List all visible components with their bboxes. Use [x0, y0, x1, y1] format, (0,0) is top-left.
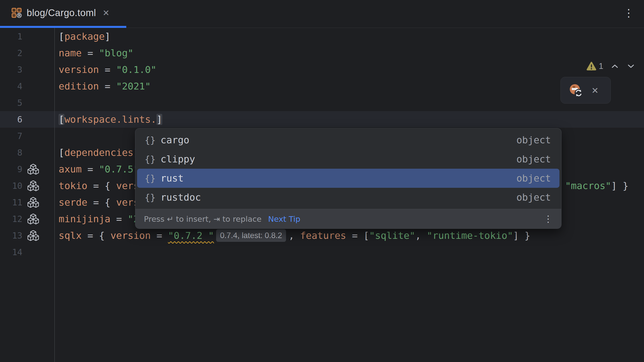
completion-item-type: object: [516, 173, 559, 184]
code-text: version = "0.1.0": [59, 61, 156, 78]
code-segment: [: [364, 230, 369, 241]
code-segment: =: [87, 180, 105, 191]
code-text: edition = "2021": [59, 78, 151, 95]
tab-bar-options-icon[interactable]: ⋮: [623, 0, 634, 26]
version-inlay-hint[interactable]: 0.7.4, latest: 0.8.2: [216, 229, 286, 242]
code-segment: =: [82, 164, 99, 175]
code-segment: package: [64, 31, 105, 42]
completion-hint-text: Press ↵ to insert, ⇥ to replace: [144, 214, 262, 223]
line-number: 3: [0, 61, 22, 78]
code-text: name = "blog": [59, 45, 133, 61]
code-segment: =: [87, 197, 105, 208]
line-number: 5: [0, 95, 22, 111]
code-segment: {: [105, 197, 116, 208]
crate-cubes-glyph: [27, 197, 39, 208]
cargo-toml-file-icon: [12, 8, 22, 18]
crate-icon[interactable]: [27, 213, 39, 224]
line-number: 8: [0, 144, 22, 161]
code-line[interactable]: 5: [0, 95, 644, 111]
previous-problem-icon[interactable]: [610, 63, 619, 69]
crate-icon[interactable]: [27, 197, 39, 208]
completion-item-clippy[interactable]: {}clippyobject: [137, 150, 559, 169]
code-segment: serde: [59, 197, 87, 208]
code-segment: edition: [59, 81, 99, 92]
warning-icon[interactable]: [586, 61, 597, 71]
widget-close-icon[interactable]: ✕: [591, 77, 599, 104]
completion-item-label: cargo: [160, 134, 189, 146]
code-segment: sqlx: [59, 230, 82, 241]
code-segment: "blog": [99, 48, 133, 59]
line-number: 13: [0, 227, 22, 244]
code-line[interactable]: 2name = "blog": [0, 45, 644, 61]
next-problem-icon[interactable]: [626, 63, 635, 69]
object-braces-icon: {}: [145, 192, 155, 203]
code-line[interactable]: 13 sqlx = { version = "0.7.2 "0.7.4, lat…: [0, 227, 644, 244]
code-segment: =: [99, 64, 116, 75]
code-segment: minijinja: [59, 213, 110, 224]
code-segment: workspace.lints.: [64, 114, 156, 125]
code-line[interactable]: 4edition = "2021": [0, 78, 644, 95]
code-segment: ] }: [513, 230, 531, 241]
code-segment: "0.7.5": [99, 164, 139, 175]
completion-menu-icon[interactable]: ⋮: [544, 214, 553, 224]
line-number: 7: [0, 128, 22, 144]
code-segment: ]: [105, 31, 110, 42]
completion-item-rustdoc[interactable]: {}rustdocobject: [137, 188, 559, 207]
gutter-separator: [54, 28, 55, 362]
completion-item-type: object: [516, 154, 559, 165]
code-text: sqlx = { version = "0.7.2 "0.7.4, latest…: [59, 227, 530, 244]
code-segment: [: [59, 31, 64, 42]
next-tip-link[interactable]: Next Tip: [268, 214, 300, 223]
crate-cubes-glyph: [27, 213, 39, 224]
crate-icon[interactable]: [27, 180, 39, 191]
code-segment: "runtime-tokio": [427, 230, 513, 241]
code-line[interactable]: 3version = "0.1.0": [0, 61, 644, 78]
object-braces-icon: {}: [145, 154, 155, 164]
line-number: 11: [0, 194, 22, 211]
object-braces-icon: {}: [145, 135, 155, 145]
completion-item-type: object: [516, 192, 559, 203]
crate-cubes-glyph: [27, 230, 39, 241]
code-segment: =: [82, 48, 99, 59]
code-segment: version: [110, 230, 151, 241]
tab-title: blog/Cargo.toml: [27, 8, 96, 18]
code-segment: =: [82, 230, 99, 241]
crate-icon[interactable]: [27, 164, 39, 175]
code-segment: name: [59, 48, 82, 59]
active-tab-indicator: [0, 26, 126, 28]
object-braces-icon: {}: [145, 173, 155, 184]
code-segment: axum: [59, 164, 82, 175]
cargo-reload-icon[interactable]: [569, 83, 583, 98]
code-segment: =: [151, 230, 168, 241]
code-segment: ,: [289, 230, 300, 241]
code-segment: =: [346, 230, 364, 241]
completion-list: {}cargoobject{}clippyobject{}rustobject{…: [135, 130, 561, 207]
line-number: 4: [0, 78, 22, 95]
code-segment: =: [99, 81, 116, 92]
code-line[interactable]: 6[workspace.lints.]: [0, 111, 644, 128]
completion-item-cargo[interactable]: {}cargoobject: [137, 130, 559, 150]
tab-cargo-toml[interactable]: blog/Cargo.toml ✕: [0, 0, 126, 26]
line-number: 6: [0, 111, 22, 128]
code-line[interactable]: 1[package]: [0, 28, 644, 45]
code-segment: version: [59, 64, 99, 75]
crate-icon[interactable]: [27, 230, 39, 241]
code-line[interactable]: 14: [0, 244, 644, 260]
code-segment: [: [59, 114, 64, 125]
line-number: 12: [0, 211, 22, 227]
cargo-reload-widget: ✕: [560, 77, 611, 104]
completion-footer: Press ↵ to insert, ⇥ to replace Next Tip…: [135, 209, 561, 229]
code-text: [dependencies]: [59, 144, 139, 161]
line-number: 10: [0, 177, 22, 194]
warning-count: 1: [599, 61, 603, 71]
code-segment: "sqlite": [369, 230, 415, 241]
completion-item-rust[interactable]: {}rustobject: [137, 169, 559, 188]
line-number: 14: [0, 244, 22, 260]
code-segment: {: [99, 230, 110, 241]
code-segment: ,: [415, 230, 427, 241]
tab-close-icon[interactable]: ✕: [103, 8, 110, 18]
code-text: axum = "0.7.5": [59, 161, 139, 177]
code-segment: {: [105, 180, 116, 191]
code-segment: [: [59, 147, 64, 158]
code-text: [workspace.lints.]: [59, 111, 162, 128]
